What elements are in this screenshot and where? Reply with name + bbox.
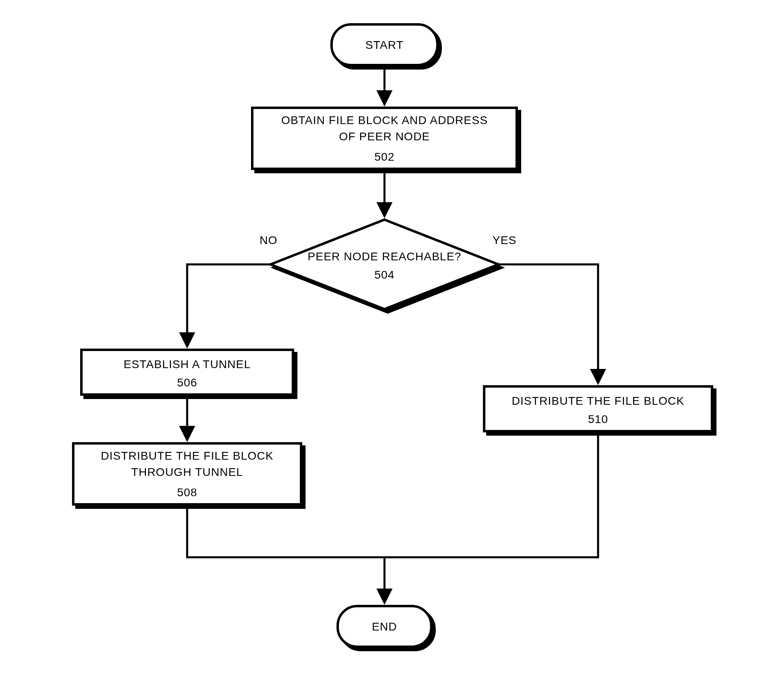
flowchart-svg: START OBTAIN FILE BLOCK AND ADDRESS OF P…: [0, 0, 784, 698]
merge-left: [187, 508, 384, 557]
step-502-ref: 502: [374, 151, 395, 163]
step-502-line1: OBTAIN FILE BLOCK AND ADDRESS: [281, 114, 488, 127]
merge-right: [384, 434, 598, 557]
step-506-ref: 506: [177, 376, 197, 389]
arrow-504-506: [187, 264, 271, 346]
decision-504: [271, 220, 498, 309]
step-510-line1: DISTRIBUTE THE FILE BLOCK: [512, 395, 684, 407]
step-508-ref: 508: [177, 486, 197, 499]
start-label: START: [365, 39, 404, 51]
edge-yes-label: YES: [492, 234, 516, 246]
edge-no-label: NO: [260, 234, 277, 246]
decision-504-ref: 504: [374, 268, 395, 281]
step-502-line2: OF PEER NODE: [339, 130, 430, 143]
end-label: END: [372, 620, 397, 633]
svg-marker-2: [271, 220, 498, 309]
decision-504-line1: PEER NODE REACHABLE?: [308, 250, 461, 263]
step-510-ref: 510: [588, 413, 608, 425]
step-506-line1: ESTABLISH A TUNNEL: [124, 358, 251, 371]
step-508-line1: DISTRIBUTE THE FILE BLOCK: [101, 449, 273, 462]
step-508-line2: THROUGH TUNNEL: [131, 466, 243, 478]
arrow-504-510: [498, 264, 598, 382]
